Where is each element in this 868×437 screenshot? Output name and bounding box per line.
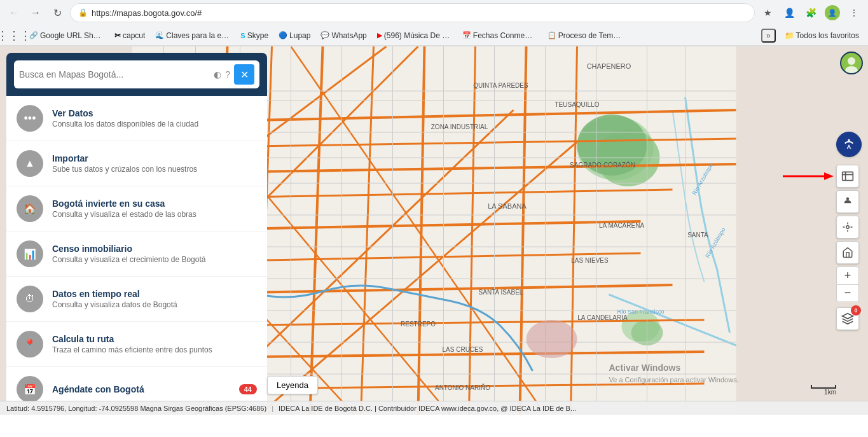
menu-text-calcula-ruta: Calcula tu ruta Traza el camino más efic…: [52, 334, 257, 354]
menu-button[interactable]: ⋮: [845, 4, 863, 22]
bookmark-icon-lupap: 🔵: [279, 31, 287, 39]
search-help-button[interactable]: ?: [225, 69, 230, 80]
svg-text:ZONA INDUSTRIAL: ZONA INDUSTRIAL: [431, 123, 488, 130]
folder-label: Todos los favoritos: [796, 31, 859, 40]
search-bar: ◐ ? ✕: [6, 53, 267, 96]
bookmark-proceso[interactable]: 📋 Proceso de Tempo -...: [544, 30, 626, 41]
svg-marker-79: [824, 172, 834, 180]
menu-icon-agendate: 📅: [17, 376, 43, 403]
bookmark-skype[interactable]: S Skype: [237, 30, 272, 41]
legend-button[interactable]: Leyenda: [267, 376, 318, 394]
red-arrow: [783, 170, 834, 183]
url-input[interactable]: [92, 8, 747, 18]
address-bar: 🔒: [70, 3, 755, 22]
profile-button[interactable]: 👤: [780, 4, 798, 22]
svg-point-54: [527, 320, 577, 358]
svg-rect-80: [843, 172, 853, 180]
red-arrow-container: [836, 165, 862, 188]
menu-item-bogota-invierte[interactable]: 🏠 Bogotá invierte en su casa Consulta y …: [6, 186, 267, 232]
menu-title-agendate: Agéndate con Bogotá: [52, 384, 230, 394]
bookmark-fechas[interactable]: 📅 Fechas Conmemora...: [458, 30, 541, 41]
location-button[interactable]: [836, 216, 859, 239]
menu-item-ver-datos[interactable]: ••• Ver Datos Consulta los datos disponi…: [6, 96, 267, 141]
svg-text:Río San Francisco: Río San Francisco: [617, 309, 664, 315]
menu-subtitle-datos-real: Consulta y visualiza datos de Bogotá: [52, 300, 257, 309]
bookmark-label-whatsapp: WhatsApp: [331, 31, 366, 40]
menu-subtitle-censo: Consulta y visualiza el crecimiento de B…: [52, 255, 257, 264]
menu-text-datos-real: Datos en tiempo real Consulta y visualiz…: [52, 289, 257, 309]
bookmark-label-fechas: Fechas Conmemora...: [473, 31, 537, 40]
bookmark-icon-whatsapp: 💬: [320, 31, 329, 39]
back-button[interactable]: ←: [5, 4, 23, 22]
zoom-in-button[interactable]: +: [836, 267, 859, 284]
svg-text:LA CANDELARIA: LA CANDELARIA: [577, 314, 628, 321]
bookmark-icon-musica: ▶: [377, 31, 382, 39]
agendate-badge: 44: [239, 384, 257, 394]
status-separator: |: [272, 405, 273, 412]
bookmark-google-shortener[interactable]: 🔗 Google URL Shorte...: [25, 30, 108, 41]
menu-subtitle-bogota-invierte: Consulta y visualiza el estado de las ob…: [52, 210, 257, 219]
menu-title-calcula-ruta: Calcula tu ruta: [52, 334, 257, 344]
bookmarks-folder-all[interactable]: 📁 Todos los favoritos: [781, 30, 863, 41]
scale-bar: 1km: [811, 385, 836, 396]
menu-item-calcula-ruta[interactable]: 📍 Calcula tu ruta Traza el camino más ef…: [6, 322, 267, 367]
status-attribution: IDECA La IDE de Bogotá D.C. | Contribuid…: [279, 405, 576, 412]
svg-text:SANTA: SANTA: [687, 232, 708, 239]
extensions-button[interactable]: 🧩: [802, 4, 820, 22]
menu-title-datos-real: Datos en tiempo real: [52, 289, 257, 299]
search-close-button[interactable]: ✕: [234, 64, 254, 85]
menu-title-ver-datos: Ver Datos: [52, 108, 257, 118]
home-button[interactable]: [836, 241, 859, 264]
forward-button[interactable]: →: [27, 4, 45, 22]
map-view-button[interactable]: [836, 165, 859, 188]
left-panel: ◐ ? ✕ ••• Ver Datos Consulta los datos d…: [6, 53, 267, 412]
bookmark-label-capcut: capcut: [123, 31, 145, 40]
reload-button[interactable]: ↻: [48, 4, 66, 22]
menu-text-censo: Censo inmobiliario Consulta y visualiza …: [52, 244, 257, 264]
svg-text:CHAPENERO: CHAPENERO: [587, 62, 631, 70]
search-input[interactable]: [19, 69, 214, 80]
search-clear-button[interactable]: ◐: [214, 69, 221, 80]
svg-text:LA SABANA: LA SABANA: [488, 202, 527, 210]
menu-list: ••• Ver Datos Consulta los datos disponi…: [6, 96, 267, 412]
bookmark-lupap[interactable]: 🔵 Lupap: [275, 30, 314, 41]
user-avatar[interactable]: [840, 52, 863, 74]
svg-point-76: [845, 66, 858, 73]
zoom-out-button[interactable]: −: [836, 284, 859, 302]
menu-icon-bogota-invierte: 🏠: [17, 195, 43, 222]
menu-icon-datos-real: ⏱: [17, 286, 43, 312]
menu-item-datos-real[interactable]: ⏱ Datos en tiempo real Consulta y visual…: [6, 277, 267, 322]
bookmark-star-button[interactable]: ★: [759, 4, 776, 22]
street-view-button[interactable]: [836, 190, 859, 213]
menu-item-importar[interactable]: ▲ Importar Sube tus datos y crúzalos con…: [6, 141, 267, 186]
status-bar: Latitud: 4.5915796, Longitud: -74.092559…: [0, 401, 868, 415]
svg-text:SAGRADO CORAZÓN: SAGRADO CORAZÓN: [570, 161, 635, 169]
profile-avatar-button[interactable]: 👤: [823, 4, 841, 22]
svg-text:ANTONIO NARIÑO: ANTONIO NARIÑO: [435, 384, 490, 391]
menu-subtitle-importar: Sube tus datos y crúzalos con los nuestr…: [52, 165, 257, 174]
search-icons: ◐ ?: [214, 69, 230, 80]
menu-item-censo[interactable]: 📊 Censo inmobiliario Consulta y visualiz…: [6, 232, 267, 277]
bookmark-icon-google: 🔗: [29, 31, 38, 39]
bookmark-icon-skype: S: [240, 32, 245, 39]
layers-button[interactable]: 0: [836, 307, 859, 330]
bookmark-claves[interactable]: 🌊 Claves para la elabo...: [151, 30, 234, 41]
bookmark-capcut[interactable]: ✂ capcut: [111, 30, 149, 41]
menu-text-importar: Importar Sube tus datos y crúzalos con l…: [52, 153, 257, 174]
bookmark-whatsapp[interactable]: 💬 WhatsApp: [317, 30, 370, 41]
bookmarks-bar: ⋮⋮⋮ 🔗 Google URL Shorte... ✂ capcut 🌊 Cl…: [0, 25, 868, 46]
accessibility-button[interactable]: [836, 132, 862, 157]
layers-badge: 0: [851, 305, 861, 316]
bookmark-label-google: Google URL Shorte...: [40, 31, 104, 40]
bookmark-icon-proceso: 📋: [548, 31, 556, 39]
bookmark-label-proceso: Proceso de Tempo -...: [558, 31, 623, 40]
svg-text:QUINTA PAREDES: QUINTA PAREDES: [473, 82, 528, 89]
svg-point-75: [848, 57, 855, 65]
status-coords: Latitud: 4.5915796, Longitud: -74.092559…: [6, 405, 266, 412]
bookmark-musica[interactable]: ▶ (596) Música De Fo...: [373, 30, 456, 41]
apps-button[interactable]: ⋮⋮⋮: [5, 27, 23, 45]
svg-point-77: [848, 139, 850, 141]
svg-text:Ve a Configuración para activa: Ve a Configuración para activar Windows.: [609, 376, 739, 384]
menu-icon-importar: ▲: [17, 150, 43, 177]
bookmarks-more-button[interactable]: »: [761, 29, 776, 43]
